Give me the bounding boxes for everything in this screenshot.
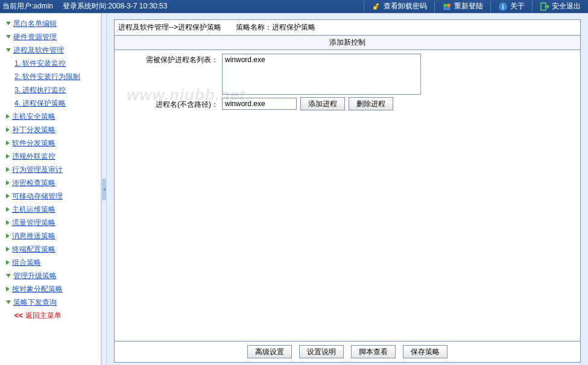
expand-icon — [6, 22, 11, 25]
relogin-button[interactable]: 重新登陆 — [437, 0, 488, 13]
sidebar-item-17[interactable]: 终端配置策略 — [2, 243, 98, 256]
exit-icon — [540, 2, 549, 11]
sidebar-nav: 黑白名单编辑硬件资源管理进程及软件管理1. 软件安装监控2. 软件安装行为限制3… — [0, 13, 101, 365]
safe-exit-label: 安全退出 — [552, 1, 581, 11]
login-time: 登录系统时间:2008-3-7 10:30:53 — [63, 1, 167, 11]
expand-icon — [6, 233, 10, 238]
expand-icon — [6, 260, 10, 265]
sidebar-item-10[interactable]: 违规外联监控 — [2, 150, 98, 163]
login-time-label: 登录系统时间: — [63, 2, 108, 10]
sidebar-item-5[interactable]: 3. 进程执行监控 — [2, 83, 98, 97]
content-area: 进程及软件管理-->进程保护策略 策略名称：进程保护策略 添加新控制 需被保护进… — [107, 13, 588, 365]
policy-name: 策略名称：进程保护策略 — [236, 22, 315, 33]
user-label: 当前用户: — [2, 2, 33, 10]
sidebar-item-8[interactable]: 补丁分发策略 — [2, 123, 98, 136]
script-view-button[interactable]: 脚本查看 — [351, 345, 396, 358]
expand-icon — [6, 247, 10, 252]
sidebar-item-7[interactable]: 主机安全策略 — [2, 110, 98, 123]
sidebar-item-21[interactable]: 策略下发查询 — [2, 296, 98, 309]
expand-icon — [6, 35, 11, 39]
sidebar-item-16[interactable]: 消息推送策略 — [2, 229, 98, 243]
form-area: 需被保护进程名列表： 进程名(不含路径)： 添加进程 删除进程 — [115, 50, 580, 113]
bottom-button-bar: 高级设置 设置说明 脚本查看 保存策略 — [115, 341, 580, 362]
policy-name-label: 策略名称： — [236, 23, 272, 31]
expand-icon — [6, 180, 10, 185]
check-password-label: 查看卸载密码 — [384, 1, 427, 11]
top-toolbar: 当前用户:admin 登录系统时间:2008-3-7 10:30:53 查看卸载… — [0, 0, 588, 13]
svg-text:i: i — [502, 3, 504, 10]
sidebar-item-13[interactable]: 可移动存储管理 — [2, 189, 98, 203]
about-label: 关于 — [510, 1, 525, 11]
svg-point-3 — [443, 4, 447, 7]
expand-icon — [6, 194, 10, 198]
expand-icon — [6, 207, 10, 212]
svg-rect-2 — [377, 4, 379, 5]
expand-icon — [6, 114, 10, 119]
process-name-label: 进程名(不含路径)： — [119, 98, 222, 110]
key-icon — [371, 2, 381, 11]
breadcrumb-bar: 进程及软件管理-->进程保护策略 策略名称：进程保护策略 — [115, 20, 580, 35]
policy-name-value: 进程保护策略 — [272, 23, 315, 31]
sidebar-item-9[interactable]: 软件分发策略 — [2, 136, 98, 150]
about-button[interactable]: i 关于 — [493, 0, 530, 13]
users-icon — [442, 2, 452, 11]
expand-icon — [6, 274, 11, 278]
delete-process-button[interactable]: 删除进程 — [349, 97, 393, 110]
sidebar-item-12[interactable]: 涉密检查策略 — [2, 176, 98, 189]
process-list-label: 需被保护进程名列表： — [119, 54, 222, 65]
safe-exit-button[interactable]: 安全退出 — [535, 0, 586, 13]
expand-icon — [6, 220, 10, 225]
add-process-button[interactable]: 添加进程 — [300, 97, 345, 110]
sidebar-item-1[interactable]: 硬件资源管理 — [2, 30, 98, 43]
sidebar-item-14[interactable]: 主机运维策略 — [2, 203, 98, 216]
sub-header: 添加新控制 — [115, 35, 580, 50]
back-arrow-icon: << — [14, 310, 23, 321]
relogin-label: 重新登陆 — [454, 1, 483, 11]
current-user: 当前用户:admin — [2, 1, 53, 11]
expand-icon — [6, 300, 11, 304]
sidebar-item-19[interactable]: 管理升级策略 — [2, 269, 98, 282]
process-name-input[interactable] — [222, 98, 297, 110]
sidebar-item-0[interactable]: 黑白名单编辑 — [2, 17, 98, 30]
splitter-grip-icon: ◂ — [103, 179, 106, 200]
settings-help-button[interactable]: 设置说明 — [299, 345, 344, 358]
sidebar-item-4[interactable]: 2. 软件安装行为限制 — [2, 70, 98, 83]
advanced-settings-button[interactable]: 高级设置 — [247, 345, 292, 358]
sidebar-item-20[interactable]: 按对象分配策略 — [2, 282, 98, 296]
breadcrumb: 进程及软件管理-->进程保护策略 — [118, 22, 221, 33]
info-icon: i — [498, 2, 508, 11]
expand-icon — [6, 287, 10, 291]
svg-point-4 — [447, 4, 450, 7]
main-panel: 进程及软件管理-->进程保护策略 策略名称：进程保护策略 添加新控制 需被保护进… — [114, 19, 581, 363]
expand-icon — [6, 154, 10, 159]
sidebar-item-18[interactable]: 组合策略 — [2, 256, 98, 269]
svg-rect-5 — [443, 7, 450, 10]
user-value: admin — [33, 2, 53, 10]
save-policy-button[interactable]: 保存策略 — [403, 345, 447, 358]
sidebar-splitter[interactable]: ◂ — [101, 13, 107, 365]
sidebar-item-6[interactable]: 4. 进程保护策略 — [2, 97, 98, 110]
expand-icon — [6, 48, 11, 52]
sidebar-item-15[interactable]: 流量管理策略 — [2, 216, 98, 229]
expand-icon — [6, 141, 10, 145]
process-list-textarea[interactable] — [222, 54, 421, 95]
check-password-button[interactable]: 查看卸载密码 — [367, 0, 432, 13]
sidebar-item-3[interactable]: 1. 软件安装监控 — [2, 57, 98, 70]
expand-icon — [6, 167, 10, 172]
login-time-value: 2008-3-7 10:30:53 — [108, 2, 167, 10]
sidebar-item-11[interactable]: 行为管理及审计 — [2, 163, 98, 176]
sidebar-item-22[interactable]: <<返回主菜单 — [2, 309, 98, 322]
sidebar-item-2[interactable]: 进程及软件管理 — [2, 43, 98, 57]
expand-icon — [6, 127, 10, 132]
